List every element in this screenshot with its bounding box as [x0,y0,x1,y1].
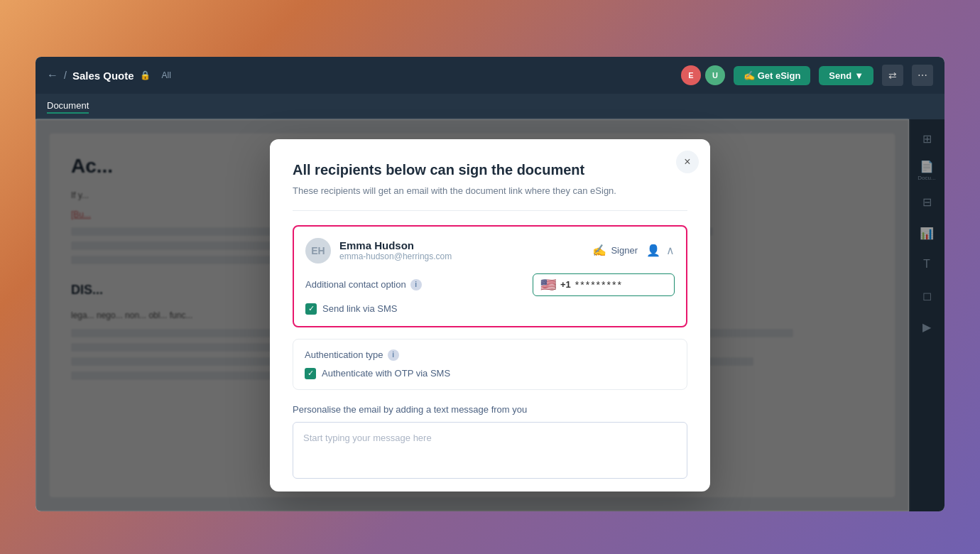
breadcrumb-all: All [162,70,171,80]
recipient-card: EH Emma Hudson emma-hudson@herrings.com … [293,225,687,327]
send-link-checkbox-row: ✓ Send link via SMS [305,303,675,315]
modal-overlay: × All recipients below can sign the docu… [36,119,944,511]
contact-option-label: Additional contact option i [305,279,422,290]
auth-section: Authentication type i ✓ Authenticate wit… [293,339,687,390]
modal-title: All recipients below can sign the docume… [293,162,687,178]
modal-divider [293,210,687,211]
send-button-header[interactable]: Send ▼ [819,66,873,85]
app-window: ← / Sales Quote 🔒 All E U ✍ Get eSign Se… [36,57,944,511]
send-chevron: ▼ [854,70,864,81]
personalise-label: Personalise the email by adding a text m… [293,404,687,415]
recipient-header: EH Emma Hudson emma-hudson@herrings.com … [305,238,675,264]
modal-subtitle: These recipients will get an email with … [293,185,687,196]
avatar-green: U [705,65,725,85]
avatar-red: E [681,65,701,85]
avatar-group: E U [681,65,725,85]
phone-masked-number: ********* [575,274,623,295]
modal-close-button[interactable]: × [676,151,699,173]
otp-label: Authenticate with OTP via SMS [322,368,450,379]
app-header: ← / Sales Quote 🔒 All E U ✍ Get eSign Se… [36,57,944,94]
header-left: ← / Sales Quote 🔒 All [47,69,673,82]
main-content: Ac... If y... [Bu... DIS... lega... nego… [36,119,944,511]
flag-icon: 🇺🇸 [540,277,556,293]
recipient-actions: 👤 ∧ [646,244,675,257]
otp-checkbox[interactable]: ✓ [305,368,316,379]
auth-type-label: Authentication type i [305,349,675,361]
otp-checkbox-row: ✓ Authenticate with OTP via SMS [305,368,675,379]
otp-checkbox-check-icon: ✓ [307,369,314,378]
signer-badge: ✍ Signer [592,244,638,257]
lock-icon: 🔒 [140,70,151,80]
header-share-button[interactable]: ⇄ [882,65,903,86]
recipient-email: emma-hudson@herrings.com [339,251,584,261]
send-label: Send [829,70,851,81]
recipient-settings-icon[interactable]: 👤 [646,244,660,257]
sub-header: Document [36,94,944,119]
modal-dialog: × All recipients below can sign the docu… [270,139,710,492]
additional-contact-text: Additional contact option [305,279,406,290]
send-link-label: Send link via SMS [322,303,398,314]
contact-option-row: Additional contact option i 🇺🇸 +1 ******… [305,273,675,296]
page-title: Sales Quote [72,70,134,82]
auth-info-icon[interactable]: i [388,349,399,361]
checkbox-check-icon: ✓ [308,304,315,313]
signer-icon: ✍ [592,244,606,257]
send-link-checkbox[interactable]: ✓ [305,303,317,315]
additional-contact-info-icon[interactable]: i [410,279,422,290]
signer-label: Signer [611,245,638,256]
back-button[interactable]: ← [47,69,58,82]
auth-type-text: Authentication type [305,349,383,360]
recipient-avatar: EH [305,238,331,264]
header-more-button[interactable]: ⋯ [912,65,933,86]
recipient-name: Emma Hudson [339,239,584,251]
message-textarea[interactable] [293,422,687,479]
recipient-collapse-icon[interactable]: ∧ [666,244,675,257]
phone-input-group[interactable]: 🇺🇸 +1 ********* [533,273,675,296]
get-esign-button[interactable]: ✍ Get eSign [734,66,810,85]
tab-document[interactable]: Document [47,100,89,114]
recipient-info: Emma Hudson emma-hudson@herrings.com [339,239,584,261]
breadcrumb-separator: / [64,70,67,81]
country-code: +1 [560,279,571,290]
